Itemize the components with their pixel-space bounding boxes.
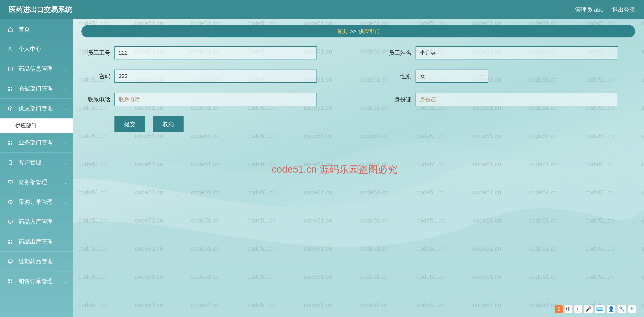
globe-icon — [7, 199, 14, 206]
grid-icon — [7, 86, 14, 92]
chevron-down-icon: ⌄ — [64, 259, 67, 264]
ime-menu-icon[interactable]: ⠿ — [628, 305, 636, 313]
sidebar-item-label: 销售订单管理 — [18, 278, 53, 285]
input-phone[interactable] — [114, 93, 317, 106]
svg-rect-8 — [8, 143, 10, 145]
ime-tool-icon[interactable]: 🔧 — [617, 305, 626, 313]
sidebar-subitem-supply-dept[interactable]: 供应部门 — [0, 118, 73, 133]
svg-rect-17 — [8, 242, 10, 244]
monitor-icon — [7, 218, 14, 225]
main-content: 首页 >> 供应部门 员工工号 员工姓名 密码 性别 女 ﹀ 联系电话 身份 — [73, 19, 644, 317]
check-icon — [7, 66, 14, 72]
svg-rect-15 — [8, 240, 10, 241]
svg-rect-12 — [8, 180, 12, 183]
svg-rect-14 — [8, 220, 12, 223]
svg-rect-20 — [8, 279, 10, 281]
sidebar-item-label: 药品出库管理 — [18, 238, 53, 246]
sidebar-item-7[interactable]: 财务部管理⌄ — [0, 172, 73, 192]
sidebar-item-label: 仓储部门管理 — [18, 85, 53, 92]
app-title: 医药进出口交易系统 — [9, 5, 72, 14]
svg-rect-21 — [11, 279, 12, 281]
box-icon — [7, 105, 14, 112]
svg-rect-19 — [8, 260, 12, 262]
sidebar-item-10[interactable]: 药品出库管理⌄ — [0, 232, 73, 252]
label-password: 密码 — [82, 72, 114, 80]
sidebar-item-label: 首页 — [18, 25, 30, 33]
chevron-down-icon: ⌄ — [64, 160, 67, 165]
home-icon — [7, 26, 14, 32]
chevron-down-icon: ⌄ — [64, 140, 67, 145]
ime-punct-icon[interactable]: •, — [574, 305, 582, 313]
form: 员工工号 员工姓名 密码 性别 女 ﹀ 联系电话 身份证 — [82, 46, 635, 106]
svg-point-0 — [10, 47, 11, 49]
svg-rect-3 — [11, 87, 12, 88]
grid-icon — [7, 278, 14, 285]
sidebar-item-label: 个人中心 — [18, 45, 42, 53]
monitor-icon — [7, 258, 14, 265]
chevron-down-icon: ⌄ — [64, 106, 67, 111]
header: 医药进出口交易系统 管理员 abo 退出登录 — [0, 0, 644, 19]
svg-rect-4 — [8, 89, 10, 91]
input-id-card[interactable] — [416, 93, 618, 106]
svg-rect-9 — [11, 143, 12, 145]
chevron-down-icon: ⌄ — [64, 200, 67, 205]
sidebar-item-label: 业务部门管理 — [18, 139, 53, 146]
ime-lang-button[interactable]: 中 — [564, 305, 572, 313]
sidebar-item-label: 过期药品管理 — [18, 258, 53, 265]
user-icon — [7, 46, 14, 52]
ime-mic-icon[interactable]: 🎤 — [584, 305, 593, 313]
breadcrumb-root[interactable]: 首页 — [337, 28, 347, 35]
label-gender: 性别 — [382, 72, 416, 80]
sidebar-item-label: 客户管理 — [18, 158, 42, 166]
sidebar-item-label: 药品信息管理 — [18, 65, 53, 73]
sidebar-item-label: 供应部门管理 — [18, 104, 53, 112]
grid-icon — [7, 139, 14, 146]
svg-rect-22 — [8, 282, 10, 283]
svg-rect-18 — [11, 242, 12, 244]
logout-link[interactable]: 退出登录 — [612, 6, 635, 14]
input-employee-name[interactable] — [416, 46, 618, 60]
sidebar-item-11[interactable]: 过期药品管理⌄ — [0, 252, 73, 272]
sidebar-item-label: 财务部管理 — [18, 178, 47, 186]
breadcrumb-separator: >> — [350, 28, 356, 34]
sidebar-item-12[interactable]: 销售订单管理⌄ — [0, 272, 73, 291]
sidebar-item-6[interactable]: 客户管理⌄ — [0, 152, 73, 172]
sidebar-item-label: 采购订单管理 — [18, 198, 53, 206]
svg-rect-16 — [11, 240, 12, 241]
sidebar-item-1[interactable]: 个人中心 — [0, 39, 73, 59]
admin-label[interactable]: 管理员 abo — [575, 6, 604, 14]
breadcrumb-current: 供应部门 — [359, 28, 380, 35]
select-gender[interactable]: 女 ﹀ — [416, 70, 488, 83]
svg-rect-5 — [11, 89, 12, 91]
sidebar: 首页个人中心药品信息管理⌄仓储部门管理⌄供应部门管理⌄供应部门业务部门管理⌄客户… — [0, 19, 73, 317]
sidebar-item-4[interactable]: 供应部门管理⌄ — [0, 98, 73, 118]
sidebar-item-5[interactable]: 业务部门管理⌄ — [0, 133, 73, 152]
input-password[interactable] — [114, 70, 317, 83]
cancel-button[interactable]: 取消 — [153, 116, 184, 132]
chevron-down-icon: ⌄ — [64, 66, 67, 72]
sidebar-item-2[interactable]: 药品信息管理⌄ — [0, 59, 73, 79]
sidebar-item-0[interactable]: 首页 — [0, 19, 73, 39]
sidebar-item-3[interactable]: 仓储部门管理⌄ — [0, 79, 73, 98]
sidebar-item-8[interactable]: 采购订单管理⌄ — [0, 192, 73, 212]
ime-keyboard-icon[interactable]: ⌨ — [595, 305, 605, 313]
input-employee-id[interactable] — [114, 46, 317, 60]
label-id-card: 身份证 — [382, 96, 416, 104]
chevron-down-icon: ⌄ — [64, 239, 67, 244]
ime-logo-icon[interactable]: S — [555, 305, 563, 313]
clipboard-icon — [7, 159, 14, 166]
svg-rect-1 — [8, 67, 12, 71]
label-phone: 联系电话 — [82, 96, 114, 104]
label-employee-id: 员工工号 — [82, 49, 114, 57]
label-employee-name: 员工姓名 — [382, 49, 416, 57]
grid-icon — [7, 238, 14, 245]
chevron-down-icon: ⌄ — [64, 279, 67, 284]
ime-user-icon[interactable]: 👤 — [606, 305, 616, 313]
submit-button[interactable]: 提交 — [114, 116, 145, 132]
monitor-icon — [7, 179, 14, 186]
svg-rect-2 — [8, 87, 10, 88]
sidebar-item-label: 药品入库管理 — [18, 218, 53, 226]
chevron-down-icon: ⌄ — [64, 180, 67, 185]
svg-rect-6 — [8, 141, 10, 142]
sidebar-item-9[interactable]: 药品入库管理⌄ — [0, 212, 73, 232]
